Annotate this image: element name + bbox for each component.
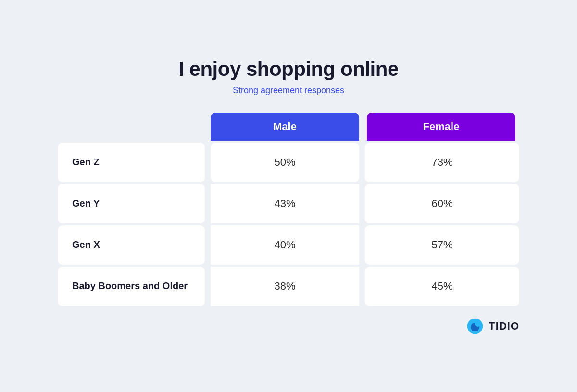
baby-boomers-label: Baby Boomers and Older <box>72 281 188 292</box>
row-label-gen-z: Gen Z <box>58 143 205 182</box>
page-container: I enjoy shopping online Strong agreement… <box>29 38 548 354</box>
male-column-header: Male <box>211 113 359 141</box>
gen-x-female-value: 57% <box>365 225 519 265</box>
female-column-header: Female <box>367 113 515 141</box>
logo-area: TIDIO <box>58 318 519 335</box>
page-title: I enjoy shopping online <box>58 58 519 81</box>
table-row: Gen Z 50% 73% <box>58 143 519 182</box>
table-row: Gen X 40% 57% <box>58 225 519 265</box>
table-body: Gen Z 50% 73% Gen Y 43% 60% <box>58 143 519 306</box>
gen-z-label: Gen Z <box>72 157 100 168</box>
row-label-gen-y: Gen Y <box>58 184 205 223</box>
header-empty-cell <box>58 113 207 141</box>
table-row: Baby Boomers and Older 38% 45% <box>58 267 519 306</box>
gen-x-label: Gen X <box>72 239 100 250</box>
row-label-baby-boomers: Baby Boomers and Older <box>58 267 205 306</box>
baby-boomers-male-value: 38% <box>211 267 359 306</box>
tidio-logo-icon <box>466 318 484 335</box>
page-subtitle: Strong agreement responses <box>58 86 519 96</box>
table-header: Male Female <box>58 113 519 141</box>
data-table: Male Female Gen Z 50% 73% Gen Y <box>58 113 519 306</box>
gen-y-male-value: 43% <box>211 184 359 223</box>
gen-x-male-value: 40% <box>211 225 359 265</box>
tidio-logo-text: TIDIO <box>489 320 519 332</box>
svg-point-2 <box>475 320 481 327</box>
row-label-gen-x: Gen X <box>58 225 205 265</box>
baby-boomers-female-value: 45% <box>365 267 519 306</box>
gen-z-female-value: 73% <box>365 143 519 182</box>
gen-y-label: Gen Y <box>72 198 100 209</box>
gen-z-male-value: 50% <box>211 143 359 182</box>
table-row: Gen Y 43% 60% <box>58 184 519 223</box>
gen-y-female-value: 60% <box>365 184 519 223</box>
